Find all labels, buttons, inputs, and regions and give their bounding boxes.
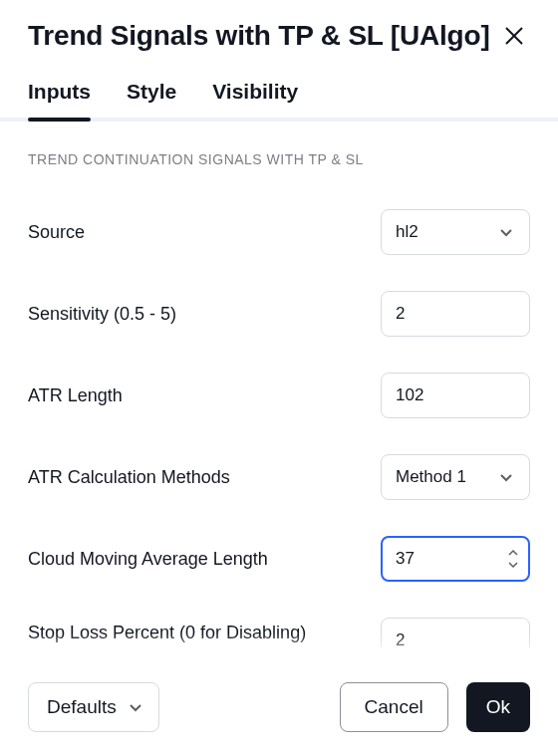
footer-actions: Cancel Ok bbox=[340, 682, 530, 732]
row-sensitivity: Sensitivity (0.5 - 5) bbox=[28, 291, 530, 337]
dialog-title: Trend Signals with TP & SL [UAlgo] bbox=[28, 20, 490, 52]
label-atr-method: ATR Calculation Methods bbox=[28, 467, 230, 488]
defaults-button[interactable]: Defaults bbox=[28, 682, 159, 732]
settings-dialog: Trend Signals with TP & SL [UAlgo] Input… bbox=[0, 0, 558, 756]
chevron-up-icon[interactable] bbox=[506, 548, 520, 558]
input-sensitivity-field[interactable] bbox=[396, 304, 515, 324]
dialog-footer: Defaults Cancel Ok bbox=[0, 663, 558, 756]
input-cloud-ma-field[interactable] bbox=[396, 549, 515, 569]
input-atr-length-field[interactable] bbox=[396, 385, 515, 405]
dialog-header: Trend Signals with TP & SL [UAlgo] bbox=[0, 0, 558, 60]
label-atr-length: ATR Length bbox=[28, 385, 123, 406]
select-atr-method-value: Method 1 bbox=[396, 467, 466, 487]
section-heading: TREND CONTINUATION SIGNALS WITH TP & SL bbox=[28, 151, 530, 167]
label-stop-loss: Stop Loss Percent (0 for Disabling) bbox=[28, 623, 306, 643]
label-cloud-ma: Cloud Moving Average Length bbox=[28, 549, 268, 570]
ok-button[interactable]: Ok bbox=[466, 682, 530, 732]
chevron-down-icon bbox=[127, 698, 144, 716]
chevron-down-icon bbox=[497, 223, 515, 241]
tab-visibility[interactable]: Visibility bbox=[212, 80, 298, 118]
number-stepper bbox=[506, 542, 520, 576]
row-stop-loss: Stop Loss Percent (0 for Disabling) bbox=[28, 618, 530, 647]
row-cloud-ma: Cloud Moving Average Length bbox=[28, 536, 530, 582]
row-atr-method: ATR Calculation Methods Method 1 bbox=[28, 454, 530, 500]
cancel-button[interactable]: Cancel bbox=[340, 682, 448, 732]
input-sensitivity[interactable] bbox=[381, 291, 530, 337]
row-atr-length: ATR Length bbox=[28, 373, 530, 418]
row-source: Source hl2 bbox=[28, 209, 530, 255]
close-icon bbox=[503, 25, 525, 47]
select-atr-method[interactable]: Method 1 bbox=[381, 454, 530, 500]
input-atr-length[interactable] bbox=[381, 373, 530, 418]
inputs-panel: TREND CONTINUATION SIGNALS WITH TP & SL … bbox=[0, 122, 558, 663]
input-stop-loss[interactable] bbox=[381, 618, 530, 647]
chevron-down-icon bbox=[497, 468, 515, 486]
select-source-value: hl2 bbox=[396, 222, 418, 242]
select-source[interactable]: hl2 bbox=[381, 209, 530, 255]
defaults-label: Defaults bbox=[47, 696, 117, 718]
close-button[interactable] bbox=[498, 20, 530, 52]
chevron-down-icon[interactable] bbox=[506, 560, 520, 570]
label-source: Source bbox=[28, 222, 85, 243]
tab-bar: Inputs Style Visibility bbox=[0, 60, 558, 122]
input-stop-loss-field[interactable] bbox=[396, 630, 515, 647]
label-sensitivity: Sensitivity (0.5 - 5) bbox=[28, 304, 176, 325]
tab-inputs[interactable]: Inputs bbox=[28, 80, 91, 118]
input-cloud-ma[interactable] bbox=[381, 536, 530, 582]
tab-style[interactable]: Style bbox=[127, 80, 176, 118]
